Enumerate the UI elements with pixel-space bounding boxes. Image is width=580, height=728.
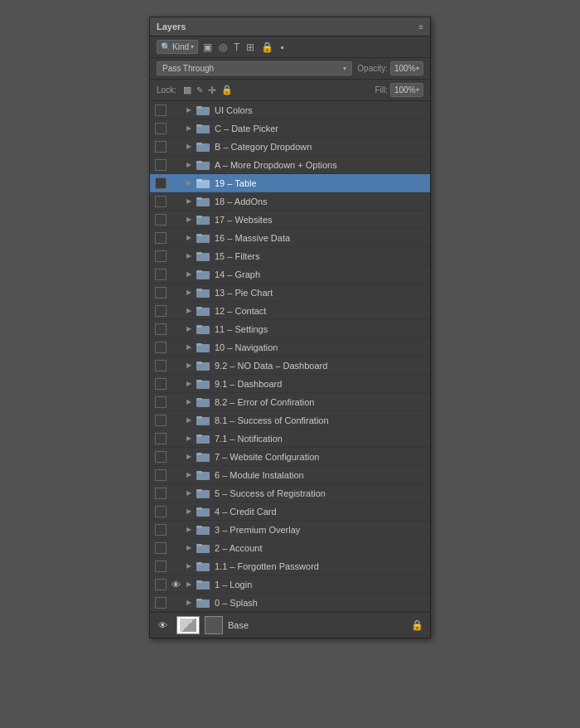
toolbar-icon-smartobject[interactable]: 🔒 [259, 41, 275, 54]
layer-item[interactable]: ▶ 14 – Graph [150, 265, 430, 284]
layer-visibility-icon[interactable] [170, 177, 181, 189]
layer-item[interactable]: 👁▶ 1 – Login [150, 575, 430, 594]
layer-expand-arrow[interactable]: ▶ [185, 544, 193, 552]
toolbar-icon-shape[interactable]: ⊞ [244, 41, 256, 54]
layer-item[interactable]: ▶ C – Date Picker [150, 119, 430, 138]
layer-visibility-icon[interactable] [170, 342, 181, 353]
layer-expand-arrow[interactable]: ▶ [185, 161, 193, 169]
layer-item[interactable]: ▶ 4 – Credit Card [150, 502, 430, 521]
layer-visibility-icon[interactable] [170, 415, 181, 426]
layer-checkbox[interactable] [155, 524, 167, 536]
layer-expand-arrow[interactable]: ▶ [185, 124, 193, 133]
layer-item[interactable]: ▶ 13 – Pie Chart [150, 284, 430, 302]
layer-visibility-icon[interactable] [170, 469, 181, 481]
layer-item[interactable]: ▶ 9.2 – NO Data – Dashboard [150, 357, 430, 375]
layer-expand-arrow[interactable]: ▶ [185, 325, 193, 333]
layer-expand-arrow[interactable]: ▶ [185, 489, 193, 497]
layer-visibility-icon[interactable] [170, 506, 181, 517]
layer-expand-arrow[interactable]: ▶ [185, 380, 193, 388]
layer-checkbox[interactable] [155, 561, 167, 572]
layer-item[interactable]: ▶ 12 – Contact [150, 302, 430, 320]
layer-item[interactable]: ▶ 16 – Massive Data [150, 229, 430, 247]
layer-visibility-icon[interactable] [170, 451, 181, 463]
lock-all-icon[interactable]: 🔒 [221, 85, 233, 95]
layer-item[interactable]: ▶ 7 – Website Configuration [150, 448, 430, 466]
layer-expand-arrow[interactable]: ▶ [185, 216, 193, 224]
layer-checkbox[interactable] [155, 214, 167, 226]
layer-checkbox[interactable] [155, 123, 167, 134]
layer-item[interactable]: ▶ 10 – Navigation [150, 338, 430, 357]
layer-item[interactable]: ▶ A – More Dropdown + Options [150, 156, 430, 174]
layer-checkbox[interactable] [155, 342, 167, 353]
base-layer-row[interactable]: 👁 Base 🔒 [150, 612, 430, 638]
layer-visibility-icon[interactable] [170, 323, 181, 335]
layer-expand-arrow[interactable]: ▶ [185, 179, 193, 187]
layer-visibility-icon[interactable] [170, 104, 181, 116]
layer-visibility-icon[interactable]: 👁 [170, 579, 181, 590]
layer-checkbox[interactable] [155, 323, 167, 335]
layer-expand-arrow[interactable]: ▶ [185, 307, 193, 315]
layer-checkbox[interactable] [155, 415, 167, 426]
layer-checkbox[interactable] [155, 506, 167, 517]
layer-visibility-icon[interactable] [170, 305, 181, 317]
base-eye-icon[interactable]: 👁 [157, 619, 168, 631]
layer-visibility-icon[interactable] [170, 378, 181, 390]
layer-visibility-icon[interactable] [170, 250, 181, 262]
layer-checkbox[interactable] [155, 579, 167, 590]
fill-input[interactable]: 100% ▾ [390, 83, 423, 97]
layer-item[interactable]: ▶ B – Category Dropdown [150, 138, 430, 156]
layer-item[interactable]: ▶ 6 – Module Instalation [150, 466, 430, 484]
layer-checkbox[interactable] [155, 488, 167, 499]
layer-checkbox[interactable] [155, 269, 167, 280]
layer-item[interactable]: ▶ 19 – Table [150, 174, 430, 192]
layer-expand-arrow[interactable]: ▶ [185, 398, 193, 406]
layer-item[interactable]: ▶ 9.1 – Dashboard [150, 375, 430, 393]
layer-visibility-icon[interactable] [170, 232, 181, 244]
layer-checkbox[interactable] [155, 469, 167, 481]
layer-expand-arrow[interactable]: ▶ [185, 343, 193, 352]
layer-checkbox[interactable] [155, 250, 167, 262]
layer-visibility-icon[interactable] [170, 433, 181, 444]
layer-expand-arrow[interactable]: ▶ [185, 580, 193, 589]
layer-item[interactable]: ▶ 2 – Account [150, 539, 430, 557]
opacity-input[interactable]: 100% ▾ [390, 61, 423, 75]
layer-expand-arrow[interactable]: ▶ [185, 234, 193, 242]
layer-visibility-icon[interactable] [170, 542, 181, 554]
blend-mode-select[interactable]: Pass Through ▾ [157, 61, 352, 75]
layer-visibility-icon[interactable] [170, 141, 181, 153]
layer-expand-arrow[interactable]: ▶ [185, 362, 193, 370]
layer-expand-arrow[interactable]: ▶ [185, 453, 193, 461]
layer-item[interactable]: ▶ 15 – Filters [150, 247, 430, 265]
layer-expand-arrow[interactable]: ▶ [185, 143, 193, 151]
layer-item[interactable]: ▶ 7.1 – Notification [150, 430, 430, 448]
layer-visibility-icon[interactable] [170, 196, 181, 207]
layer-expand-arrow[interactable]: ▶ [185, 526, 193, 534]
layer-expand-arrow[interactable]: ▶ [185, 106, 193, 114]
layer-expand-arrow[interactable]: ▶ [185, 507, 193, 516]
toolbar-icon-image[interactable]: ▣ [201, 41, 214, 54]
layer-checkbox[interactable] [155, 104, 167, 116]
layer-item[interactable]: ▶ 8.2 – Error of Confiration [150, 393, 430, 411]
layer-visibility-icon[interactable] [170, 360, 181, 371]
layer-checkbox[interactable] [155, 287, 167, 298]
layer-visibility-icon[interactable] [170, 396, 181, 408]
layer-expand-arrow[interactable]: ▶ [185, 599, 193, 607]
layer-visibility-icon[interactable] [170, 488, 181, 499]
layer-visibility-icon[interactable] [170, 123, 181, 134]
layer-expand-arrow[interactable]: ▶ [185, 289, 193, 297]
panel-menu-icon[interactable]: ≡ [418, 22, 423, 32]
layer-expand-arrow[interactable]: ▶ [185, 197, 193, 206]
layer-visibility-icon[interactable] [170, 524, 181, 536]
layer-item[interactable]: ▶ 8.1 – Success of Confiration [150, 411, 430, 430]
toolbar-icon-adjustment[interactable]: ◎ [217, 41, 229, 54]
layer-checkbox[interactable] [155, 141, 167, 153]
layer-checkbox[interactable] [155, 451, 167, 463]
layer-checkbox[interactable] [155, 597, 167, 609]
layer-visibility-icon[interactable] [170, 287, 181, 298]
layer-checkbox[interactable] [155, 159, 167, 171]
lock-position-icon[interactable]: ✛ [208, 85, 216, 96]
layer-item[interactable]: ▶ 3 – Premium Overlay [150, 521, 430, 539]
layer-visibility-icon[interactable] [170, 561, 181, 572]
layer-visibility-icon[interactable] [170, 159, 181, 171]
lock-pixels-icon[interactable]: ▦ [183, 85, 191, 95]
